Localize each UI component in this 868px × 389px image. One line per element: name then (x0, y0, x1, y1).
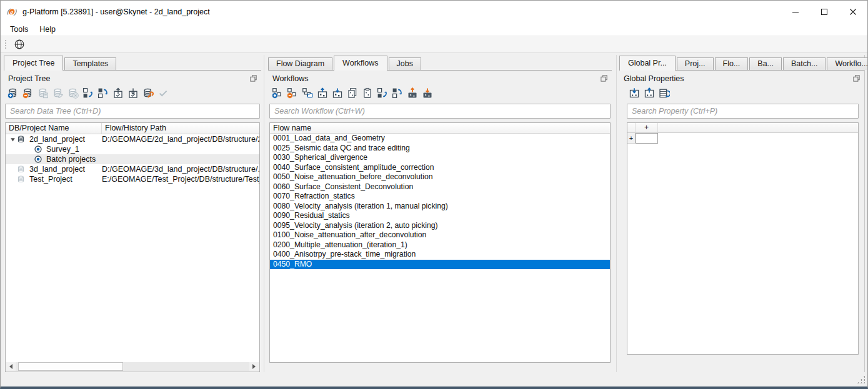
resize-grip[interactable] (857, 375, 865, 383)
workflow-list-item[interactable]: 0200_Multiple_attenuation_(iteration_1) (270, 240, 610, 250)
search-property-input[interactable] (627, 104, 859, 119)
workflow-list-item[interactable]: 0400_Anisotrpy_pre-stack_time_migration (270, 250, 610, 260)
float-panel-button[interactable] (249, 74, 257, 83)
workflow-list-item[interactable]: 0001_Load_data_and_Geometry (270, 134, 610, 144)
workflow-list-item[interactable]: 0450_RMO (270, 260, 610, 270)
tab-jobs[interactable]: Jobs (389, 57, 421, 70)
tab-workflow-properties[interactable]: Workflo... (827, 57, 868, 70)
refresh-properties-button[interactable] (658, 87, 671, 99)
refresh-ccw-icon (377, 87, 388, 99)
tab-flow-diagram[interactable]: Flow Diagram (268, 57, 332, 70)
maximize-button[interactable] (810, 1, 839, 23)
refresh-ccw-button[interactable] (82, 87, 94, 99)
workflow-list-item[interactable]: 0030_Spherical_divergence (270, 153, 610, 163)
import-database-button[interactable] (112, 87, 124, 99)
add-row-header[interactable]: + (627, 133, 636, 144)
import-workflow-button[interactable] (331, 87, 344, 99)
scroll-left-button[interactable] (6, 362, 16, 371)
toolbar-grip-handle[interactable] (4, 39, 7, 49)
project-name: Test_Project (29, 175, 72, 184)
workflow-list-item[interactable]: 0060_Surface_Consistent_Deconvolution (270, 182, 610, 192)
tab-global-properties[interactable]: Global Pr... (619, 56, 676, 71)
column-header-flow-history-path[interactable]: Flow/History Path (102, 123, 259, 134)
tab-batch[interactable]: Ba... (749, 57, 782, 70)
copy-database-button[interactable] (37, 87, 49, 99)
refresh-cw-button[interactable] (391, 87, 404, 99)
menu-tools[interactable]: Tools (4, 24, 34, 35)
remove-workflow-button[interactable] (286, 87, 299, 99)
menu-help[interactable]: Help (34, 24, 61, 35)
remove-database-icon (22, 87, 34, 99)
scroll-right-button[interactable] (249, 362, 259, 371)
title-bar[interactable]: g-Platform [5.23891] - user@Skynet - 2d_… (1, 1, 867, 23)
tab-flow-properties[interactable]: Flo... (715, 57, 749, 70)
tab-project-properties[interactable]: Proj... (677, 57, 714, 70)
table-row-batch-projects[interactable]: Batch projects (6, 154, 259, 164)
release-database-button[interactable] (52, 87, 64, 99)
export-properties-button[interactable] (643, 87, 656, 99)
table-row-3d-land-project[interactable]: 3d_land_project D:/GEOMAGE/3d_land_proje… (6, 164, 259, 174)
refresh-cw-button[interactable] (97, 87, 109, 99)
workflow-list-item[interactable]: 0080_Velocity_analysis (iteration 1, man… (270, 202, 610, 212)
paste-workflow-button[interactable] (361, 87, 374, 99)
workflow-list-item[interactable]: 0040_Surface_consistent_amplitude_correc… (270, 163, 610, 173)
workflow-list-item[interactable]: 0100_Noise_attenuation_after_deconvoluti… (270, 230, 610, 240)
minimize-icon (792, 8, 799, 16)
search-data-tree-input[interactable] (5, 104, 260, 119)
panel-title-global-properties: Global Properties (624, 74, 852, 83)
import-properties-button[interactable] (628, 87, 641, 99)
properties-grid: + + (627, 122, 859, 355)
workflow-list-item[interactable]: 0090_Residual_statics (270, 211, 610, 221)
workflow-name: 0030_Spherical_divergence (273, 153, 367, 162)
expander-icon[interactable] (9, 136, 17, 143)
archive-import-button[interactable] (421, 87, 434, 99)
scrollbar-track[interactable] (16, 362, 249, 371)
float-panel-button[interactable] (599, 74, 608, 83)
scroll-left-icon (9, 364, 12, 369)
right-tab-bar: Global Pr... Proj... Flo... Ba... Batch.… (619, 55, 864, 70)
search-workflow-input[interactable] (269, 104, 611, 119)
refresh-ccw-button[interactable] (376, 87, 389, 99)
float-panel-button[interactable] (852, 74, 861, 83)
property-cell-empty[interactable] (636, 133, 658, 144)
splitter-left[interactable] (264, 55, 264, 372)
column-header-db-project-name[interactable]: DB/Project Name (6, 123, 102, 134)
open-workflow-button[interactable] (301, 87, 314, 99)
repair-database-button[interactable] (142, 87, 154, 99)
copy-workflow-button[interactable] (346, 87, 359, 99)
export-workflow-button[interactable] (316, 87, 329, 99)
workflow-list-item[interactable]: 0070_Refraction_statics (270, 192, 610, 202)
tab-project-tree[interactable]: Project Tree (4, 56, 63, 71)
properties-toolbar (620, 84, 864, 101)
table-row-2d-land-project[interactable]: 2d_land_project D:/GEOMAGE/2d_land_proje… (6, 134, 259, 144)
splitter-right[interactable] (616, 55, 617, 372)
add-column-header[interactable]: + (636, 123, 658, 132)
horizontal-scrollbar[interactable] (6, 362, 259, 371)
project-tree-group: Project Tree Templates Project Tree (4, 55, 261, 372)
app-logo-icon (7, 6, 18, 17)
column-header-flow-name[interactable]: Flow name (270, 123, 311, 133)
workflow-name: 0040_Surface_consistent_amplitude_correc… (273, 163, 434, 172)
tab-workflows[interactable]: Workflows (334, 56, 387, 71)
add-workflow-button[interactable] (271, 87, 284, 99)
close-button[interactable] (839, 1, 867, 23)
export-database-button[interactable] (127, 87, 139, 99)
globe-button[interactable] (12, 37, 27, 52)
workflow-list-item[interactable]: 0025_Seismic data QC and trace editing (270, 144, 610, 154)
minimize-button[interactable] (781, 1, 810, 23)
float-icon (249, 74, 257, 82)
scrollbar-thumb[interactable] (18, 362, 123, 371)
add-database-button[interactable] (7, 87, 19, 99)
archive-export-icon (407, 87, 418, 99)
archive-export-button[interactable] (406, 87, 419, 99)
remove-database-button[interactable] (22, 87, 34, 99)
app-toolbar (1, 36, 867, 53)
tab-batch-properties[interactable]: Batch... (783, 57, 826, 70)
tab-templates[interactable]: Templates (64, 57, 116, 70)
table-row-survey-1[interactable]: Survey_1 (6, 144, 259, 154)
delete-database-button[interactable] (67, 87, 79, 99)
table-row-test-project[interactable]: Test_Project E:/GEOMAGE/Test_Project/DB/… (6, 174, 259, 184)
workflow-list-item[interactable]: 0095_Velocity_analysis (iteration 2, aut… (270, 221, 610, 231)
validate-button[interactable] (157, 87, 169, 99)
workflow-list-item[interactable]: 0050_Noise_attenuation_before_deconvolut… (270, 172, 610, 182)
